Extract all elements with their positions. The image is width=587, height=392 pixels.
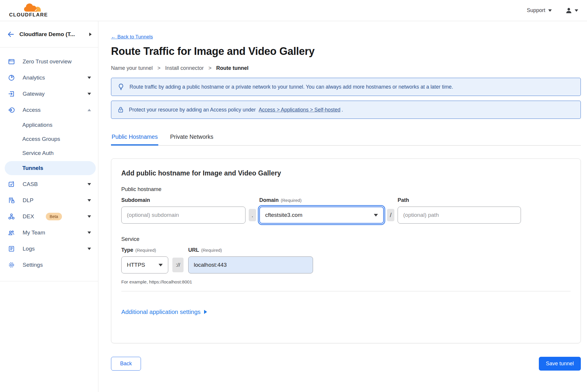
domain-select[interactable]: cftestsite3.com bbox=[259, 207, 384, 224]
sidebar-item-label: CASB bbox=[23, 181, 38, 187]
service-type-value: HTTPS bbox=[127, 262, 145, 268]
path-input[interactable] bbox=[398, 207, 521, 224]
sidebar-item-applications[interactable]: Applications bbox=[0, 118, 98, 132]
user-icon bbox=[565, 7, 572, 14]
sidebar-item-analytics[interactable]: Analytics bbox=[0, 70, 98, 86]
access-icon bbox=[8, 106, 16, 114]
overview-icon bbox=[8, 58, 16, 65]
account-switcher[interactable]: Cloudflare Demo (T... bbox=[0, 21, 98, 48]
slash-separator: / bbox=[387, 209, 394, 221]
lightbulb-icon bbox=[117, 83, 125, 91]
tab-private-networks[interactable]: Private Networks bbox=[169, 132, 214, 145]
additional-application-settings-link[interactable]: Additional application settings bbox=[121, 308, 207, 315]
service-type-select[interactable]: HTTPS bbox=[121, 256, 168, 273]
analytics-icon bbox=[8, 74, 16, 82]
sidebar-item-tunnels[interactable]: Tunnels bbox=[5, 161, 96, 175]
dot-separator: . bbox=[249, 209, 256, 221]
domain-label: Domain bbox=[259, 197, 279, 203]
settings-icon bbox=[8, 261, 16, 269]
domain-required-hint: (Required) bbox=[281, 198, 302, 203]
sidebar-item-label: My Team bbox=[23, 229, 45, 236]
access-applications-self-hosted-link[interactable]: Access > Applications > Self-hosted bbox=[259, 107, 340, 113]
sidebar-item-label: DLP bbox=[23, 197, 33, 204]
sidebar-item-service-auth[interactable]: Service Auth bbox=[0, 146, 98, 160]
breadcrumb: Name your tunnel > Install connector > R… bbox=[111, 65, 581, 71]
chevron-down-icon bbox=[88, 183, 91, 185]
back-arrow-icon[interactable] bbox=[7, 31, 15, 38]
tab-bar: Public Hostnames Private Networks bbox=[111, 132, 581, 146]
sidebar-item-label: Analytics bbox=[23, 75, 45, 81]
casb-icon bbox=[8, 180, 16, 188]
url-required-hint: (Required) bbox=[201, 248, 222, 253]
card-title: Add public hostname for Image and Video … bbox=[121, 169, 571, 177]
chevron-right-icon bbox=[204, 310, 207, 314]
chevron-down-icon bbox=[88, 199, 91, 202]
sidebar-item-logs[interactable]: Logs bbox=[0, 241, 98, 257]
service-url-input[interactable] bbox=[188, 256, 313, 273]
add-public-hostname-card: Add public hostname for Image and Video … bbox=[111, 158, 581, 343]
breadcrumb-step-route-tunnel: Route tunnel bbox=[216, 65, 248, 71]
sidebar-item-access[interactable]: Access bbox=[0, 102, 98, 118]
sidebar-divider bbox=[0, 281, 98, 281]
lock-icon bbox=[117, 106, 124, 113]
breadcrumb-step-name-your-tunnel[interactable]: Name your tunnel bbox=[111, 65, 153, 71]
sub-item-label: Applications bbox=[22, 122, 52, 128]
card-divider bbox=[121, 291, 571, 291]
beta-badge: Beta bbox=[46, 213, 62, 220]
sidebar-item-zero-trust-overview[interactable]: Zero Trust overview bbox=[0, 53, 98, 70]
sidebar-item-casb[interactable]: CASB bbox=[0, 176, 98, 192]
chevron-down-icon bbox=[159, 264, 163, 266]
sidebar-item-label: DEX bbox=[23, 213, 34, 220]
back-to-tunnels-link[interactable]: ← Back to Tunnels bbox=[111, 34, 153, 40]
breadcrumb-separator: > bbox=[157, 65, 161, 71]
sidebar-item-dex[interactable]: DEX Beta bbox=[0, 208, 98, 224]
user-menu[interactable] bbox=[565, 7, 578, 14]
chevron-down-icon bbox=[88, 248, 91, 250]
breadcrumb-step-install-connector[interactable]: Install connector bbox=[165, 65, 204, 71]
type-label: Type bbox=[121, 247, 133, 253]
url-example-hint: For example, https://localhost:8001 bbox=[121, 279, 571, 285]
sidebar-item-gateway[interactable]: Gateway bbox=[0, 86, 98, 102]
additional-settings-label: Additional application settings bbox=[121, 308, 201, 315]
account-name: Cloudflare Demo (T... bbox=[19, 31, 85, 38]
subdomain-input[interactable] bbox=[121, 207, 245, 224]
cloudflare-logo[interactable]: CLOUDFLARE bbox=[5, 3, 52, 18]
back-button[interactable]: Back bbox=[111, 357, 141, 371]
chevron-down-icon bbox=[88, 77, 91, 79]
chevron-down-icon bbox=[88, 93, 91, 95]
sub-item-label: Tunnels bbox=[22, 165, 43, 171]
public-hostname-label: Public hostname bbox=[121, 186, 571, 192]
cloudflare-cloud-icon bbox=[21, 3, 45, 13]
sidebar: Cloudflare Demo (T... Zero Trust overvie… bbox=[0, 21, 98, 392]
sub-item-label: Service Auth bbox=[22, 150, 54, 156]
type-required-hint: (Required) bbox=[135, 248, 156, 253]
chevron-down-icon bbox=[88, 215, 91, 218]
support-menu[interactable]: Support bbox=[527, 7, 552, 13]
sidebar-item-label: Zero Trust overview bbox=[23, 58, 72, 65]
info-banner-access-policy: Protect your resource by adding an Acces… bbox=[111, 101, 581, 119]
sidebar-item-settings[interactable]: Settings bbox=[0, 257, 98, 273]
sidebar-item-access-groups[interactable]: Access Groups bbox=[0, 132, 98, 146]
info-banner-route-traffic: Route traffic by adding a public hostnam… bbox=[111, 78, 581, 96]
dex-icon bbox=[8, 213, 16, 220]
dlp-icon bbox=[8, 197, 16, 204]
save-tunnel-button[interactable]: Save tunnel bbox=[539, 357, 581, 371]
chevron-right-icon bbox=[89, 33, 92, 36]
support-label: Support bbox=[527, 7, 545, 13]
main-content: ← Back to Tunnels Route Traffic for Imag… bbox=[98, 21, 587, 392]
banner-text-suffix: . bbox=[342, 107, 343, 113]
subdomain-label: Subdomain bbox=[121, 197, 245, 203]
sidebar-item-label: Gateway bbox=[23, 91, 45, 97]
chevron-up-icon bbox=[88, 109, 91, 111]
banner-text: Protect your resource by adding an Acces… bbox=[129, 107, 256, 113]
gateway-icon bbox=[8, 90, 16, 98]
chevron-down-icon bbox=[88, 232, 91, 234]
tab-public-hostnames[interactable]: Public Hostnames bbox=[111, 132, 158, 146]
scheme-separator: :// bbox=[172, 258, 184, 272]
sidebar-item-my-team[interactable]: My Team bbox=[0, 224, 98, 241]
sidebar-item-label: Logs bbox=[23, 246, 35, 252]
breadcrumb-separator: > bbox=[208, 65, 212, 71]
sidebar-item-label: Access bbox=[23, 107, 41, 113]
sidebar-item-dlp[interactable]: DLP bbox=[0, 192, 98, 208]
chevron-down-icon bbox=[374, 214, 378, 217]
